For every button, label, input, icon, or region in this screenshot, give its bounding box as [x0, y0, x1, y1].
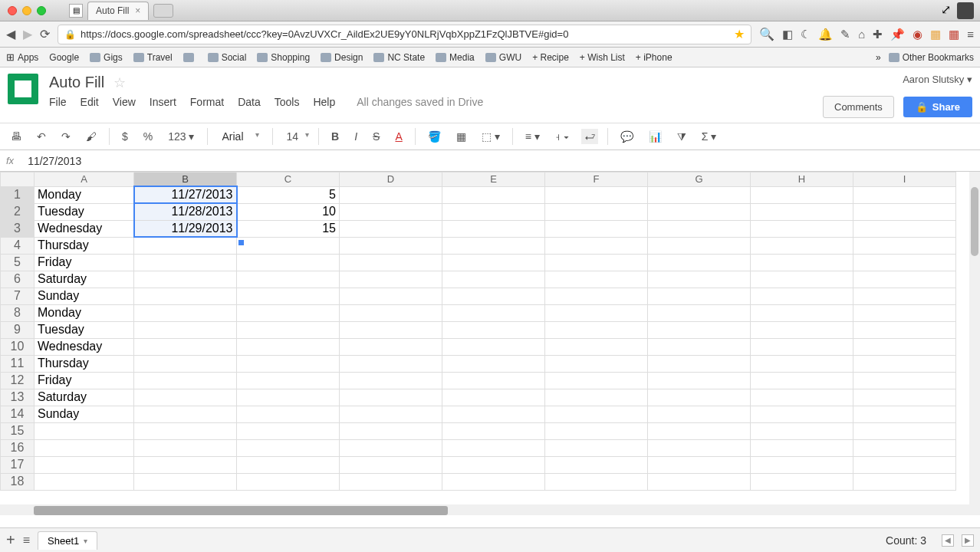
- formula-input[interactable]: 11/27/2013: [28, 155, 81, 167]
- v-align-button[interactable]: ⫞ ▾: [552, 129, 572, 144]
- filter-icon[interactable]: ⧩: [674, 129, 689, 145]
- spreadsheet-grid[interactable]: ABCDEFGHI1Monday11/27/201352Tuesday11/28…: [0, 172, 956, 491]
- cell-E18[interactable]: [442, 473, 545, 490]
- cell-A16[interactable]: [35, 439, 134, 456]
- row-header-4[interactable]: 4: [1, 237, 35, 254]
- bookmark-item[interactable]: + Wish List: [580, 52, 625, 63]
- cell-E14[interactable]: [442, 406, 545, 422]
- cell-B4[interactable]: [134, 237, 237, 254]
- cell-H17[interactable]: [751, 456, 853, 473]
- cell-D3[interactable]: [340, 220, 442, 237]
- cell-I6[interactable]: [853, 271, 956, 288]
- cell-G5[interactable]: [648, 254, 751, 271]
- cell-F7[interactable]: [545, 288, 648, 304]
- row-header-18[interactable]: 18: [1, 473, 35, 490]
- row-header-6[interactable]: 6: [1, 271, 35, 288]
- cell-D6[interactable]: [340, 271, 442, 288]
- v-scroll-track[interactable]: [969, 172, 980, 515]
- cell-G18[interactable]: [648, 473, 751, 490]
- cell-E13[interactable]: [442, 389, 545, 406]
- col-header-E[interactable]: E: [442, 172, 545, 187]
- cell-I17[interactable]: [853, 456, 956, 473]
- col-header-D[interactable]: D: [340, 172, 442, 187]
- cell-B3[interactable]: 11/29/2013: [134, 220, 237, 237]
- bookmark-folder[interactable]: Gigs: [90, 52, 123, 63]
- autofill-handle[interactable]: [238, 240, 244, 245]
- cell-I9[interactable]: [853, 321, 956, 338]
- row-header-16[interactable]: 16: [1, 439, 35, 456]
- sheet-tab[interactable]: Sheet1: [38, 531, 97, 550]
- cell-H7[interactable]: [751, 288, 853, 304]
- col-header-G[interactable]: G: [648, 172, 751, 187]
- cell-B17[interactable]: [134, 456, 237, 473]
- cell-B16[interactable]: [134, 439, 237, 456]
- cell-F10[interactable]: [545, 338, 648, 355]
- cell-B6[interactable]: [134, 271, 237, 288]
- cell-G14[interactable]: [648, 406, 751, 422]
- cell-D17[interactable]: [340, 456, 442, 473]
- back-button[interactable]: ◀: [6, 27, 15, 41]
- cell-F12[interactable]: [545, 372, 648, 389]
- undo-icon[interactable]: ↶: [34, 129, 49, 144]
- chrome-avatar[interactable]: [957, 2, 974, 19]
- cell-F11[interactable]: [545, 355, 648, 372]
- cell-G1[interactable]: [648, 186, 751, 203]
- cell-H1[interactable]: [751, 186, 853, 203]
- cell-H14[interactable]: [751, 406, 853, 422]
- cell-A18[interactable]: [35, 473, 134, 490]
- ext-icon[interactable]: ◉: [913, 28, 922, 41]
- cell-H18[interactable]: [751, 473, 853, 490]
- cell-C16[interactable]: [237, 439, 340, 456]
- add-sheet-button[interactable]: +: [6, 531, 15, 549]
- bold-button[interactable]: B: [328, 129, 342, 144]
- sheets-logo-icon[interactable]: [8, 74, 38, 104]
- col-header-A[interactable]: A: [35, 172, 134, 187]
- fill-color-button[interactable]: 🪣: [425, 129, 444, 144]
- menu-file[interactable]: File: [49, 96, 67, 108]
- cell-C5[interactable]: [237, 254, 340, 271]
- cell-H5[interactable]: [751, 254, 853, 271]
- cell-E1[interactable]: [442, 186, 545, 203]
- cell-H16[interactable]: [751, 439, 853, 456]
- cell-F14[interactable]: [545, 406, 648, 422]
- cell-E7[interactable]: [442, 288, 545, 304]
- text-color-button[interactable]: A: [392, 129, 405, 144]
- chrome-menu-icon[interactable]: ≡: [967, 28, 974, 41]
- cell-A9[interactable]: Tuesday: [35, 321, 134, 338]
- row-header-17[interactable]: 17: [1, 456, 35, 473]
- strike-button[interactable]: S: [370, 129, 383, 144]
- cell-D8[interactable]: [340, 304, 442, 321]
- cell-D14[interactable]: [340, 406, 442, 422]
- sheet-nav-right[interactable]: ▶: [962, 534, 974, 547]
- menu-format[interactable]: Format: [190, 96, 224, 108]
- ext-icon[interactable]: ✎: [840, 28, 850, 41]
- cell-C3[interactable]: 15: [237, 220, 340, 237]
- cell-C10[interactable]: [237, 338, 340, 355]
- redo-icon[interactable]: ↷: [58, 129, 74, 144]
- cell-G12[interactable]: [648, 372, 751, 389]
- bookmark-item[interactable]: + Recipe: [532, 52, 569, 63]
- paint-format-icon[interactable]: 🖌: [83, 129, 100, 144]
- cell-G6[interactable]: [648, 271, 751, 288]
- row-header-13[interactable]: 13: [1, 389, 35, 406]
- cell-G9[interactable]: [648, 321, 751, 338]
- cell-B9[interactable]: [134, 321, 237, 338]
- cell-D10[interactable]: [340, 338, 442, 355]
- cell-I10[interactable]: [853, 338, 956, 355]
- cell-G13[interactable]: [648, 389, 751, 406]
- cell-E2[interactable]: [442, 203, 545, 220]
- cell-D18[interactable]: [340, 473, 442, 490]
- bookmark-folder[interactable]: Travel: [133, 52, 173, 63]
- cell-G3[interactable]: [648, 220, 751, 237]
- cell-C18[interactable]: [237, 473, 340, 490]
- bookmark-folder[interactable]: NC State: [373, 52, 425, 63]
- bookmark-folder[interactable]: Shopping: [257, 52, 310, 63]
- col-header-F[interactable]: F: [545, 172, 648, 187]
- row-header-12[interactable]: 12: [1, 372, 35, 389]
- cell-C4[interactable]: [237, 237, 340, 254]
- borders-button[interactable]: ▦: [453, 129, 469, 144]
- row-header-14[interactable]: 14: [1, 406, 35, 422]
- bookmark-folder[interactable]: Media: [436, 52, 475, 63]
- row-header-3[interactable]: 3: [1, 220, 35, 237]
- cell-I3[interactable]: [853, 220, 956, 237]
